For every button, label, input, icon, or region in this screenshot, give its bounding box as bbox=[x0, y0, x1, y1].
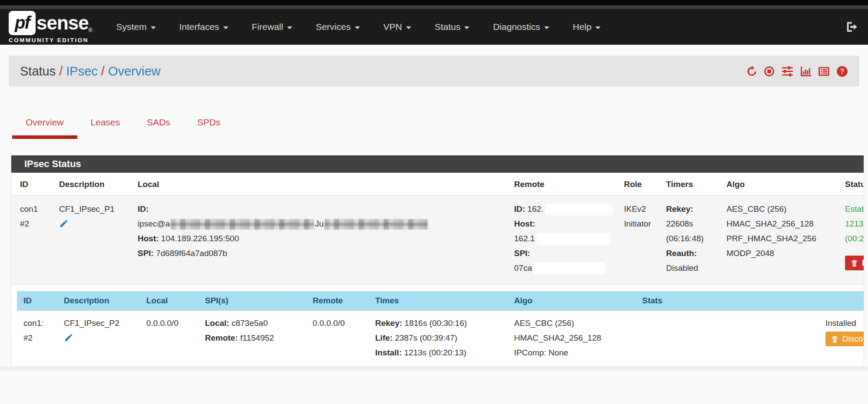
main-menu: System Interfaces Firewall Services VPN … bbox=[105, 16, 613, 38]
child-sa-section: ID Description Local SPI(s) Remote Times… bbox=[17, 291, 864, 366]
ipsec-status-panel: IPsec Status ID Description Local Remote… bbox=[11, 155, 864, 367]
svg-text:?: ? bbox=[840, 68, 845, 75]
menu-status[interactable]: Status bbox=[423, 16, 482, 38]
pfsense-logo[interactable]: pf sense ® COMMUNITY EDITION bbox=[9, 11, 92, 43]
col-times: Times bbox=[369, 291, 508, 311]
breadcrumb-separator: / bbox=[56, 64, 66, 78]
col-timers: Timers bbox=[657, 173, 718, 196]
trash-icon bbox=[831, 335, 839, 344]
pf-logo-tile: pf bbox=[9, 11, 36, 35]
refresh-icon[interactable] bbox=[745, 66, 757, 77]
redacted-blur bbox=[171, 219, 314, 230]
child-sa-table: ID Description Local SPI(s) Remote Times… bbox=[17, 291, 864, 366]
cell-id: con1: #2 bbox=[17, 311, 57, 366]
cell-remote: ID: 162. Host: 162.1 SPI: 07ca bbox=[505, 196, 615, 285]
menu-services[interactable]: Services bbox=[304, 16, 372, 38]
chevron-down-icon bbox=[151, 26, 156, 29]
col-stats: Stats bbox=[636, 291, 815, 311]
redacted-box bbox=[534, 263, 605, 274]
col-description: Description bbox=[57, 291, 140, 311]
ike-table-header-row: ID Description Local Remote Role Timers … bbox=[11, 173, 864, 196]
col-status-clipped bbox=[815, 291, 864, 311]
stop-icon[interactable] bbox=[763, 66, 775, 77]
logout-icon[interactable] bbox=[845, 20, 858, 33]
cell-description: CF1_IPsec_P1 bbox=[50, 196, 129, 285]
cell-algo: AES_CBC (256) HMAC_SHA2_256_128 IPComp: … bbox=[508, 311, 636, 366]
col-remote: Remote bbox=[306, 291, 369, 311]
disconnect-button[interactable]: Disco bbox=[825, 332, 864, 346]
cell-local: 0.0.0.0/0 bbox=[140, 311, 198, 366]
breadcrumb-separator: / bbox=[98, 64, 108, 78]
chevron-down-icon bbox=[406, 26, 411, 29]
edit-icon[interactable] bbox=[64, 332, 73, 347]
bar-chart-icon[interactable] bbox=[800, 66, 812, 77]
cell-stats bbox=[636, 311, 815, 366]
cell-description: CF1_IPsec_P2 bbox=[57, 311, 140, 366]
col-id: ID bbox=[17, 291, 57, 311]
navbar: pf sense ® COMMUNITY EDITION System Inte… bbox=[0, 9, 868, 45]
brand-tagline: COMMUNITY EDITION bbox=[9, 37, 92, 43]
local-id-redacted: ipsec@aJu bbox=[138, 217, 505, 231]
browser-top-strip bbox=[0, 0, 868, 5]
menu-vpn[interactable]: VPN bbox=[372, 16, 423, 38]
cell-id: con1 #2 bbox=[11, 196, 50, 285]
cell-role: IKEv2 Initiator bbox=[615, 196, 657, 285]
cell-status: Establ 1213 s (00:20 Dis bbox=[836, 196, 864, 285]
list-icon[interactable] bbox=[818, 66, 830, 77]
col-spis: SPI(s) bbox=[198, 291, 306, 311]
panel-title: IPsec Status bbox=[11, 155, 864, 173]
status-installed: Installed bbox=[825, 316, 864, 331]
menu-help[interactable]: Help bbox=[561, 16, 612, 38]
ike-sa-table: ID Description Local Remote Role Timers … bbox=[11, 173, 864, 285]
menu-firewall[interactable]: Firewall bbox=[240, 16, 304, 38]
col-algo: Algo bbox=[718, 173, 836, 196]
status-ipsec-tabs: Overview Leases SADs SPDs bbox=[12, 112, 868, 139]
tab-sads[interactable]: SADs bbox=[133, 112, 184, 139]
menu-diagnostics[interactable]: Diagnostics bbox=[481, 16, 561, 38]
registered-mark: ® bbox=[89, 27, 92, 33]
breadcrumb: Status/IPsec/Overview bbox=[20, 64, 161, 79]
child-table-header-row: ID Description Local SPI(s) Remote Times… bbox=[17, 291, 864, 311]
redacted-box bbox=[545, 204, 613, 215]
cell-spis: Local: c873e5a0 Remote: f1154952 bbox=[198, 311, 306, 366]
tab-leases[interactable]: Leases bbox=[77, 112, 134, 139]
col-local: Local bbox=[129, 173, 505, 196]
col-role: Role bbox=[615, 173, 657, 196]
tab-spds[interactable]: SPDs bbox=[184, 112, 234, 139]
chevron-down-icon bbox=[355, 26, 360, 29]
cell-remote: 0.0.0.0/0 bbox=[306, 311, 369, 366]
cell-timers: Rekey: 22608s (06:16:48) Reauth: Disable… bbox=[657, 196, 718, 285]
col-id: ID bbox=[11, 173, 50, 196]
col-remote: Remote bbox=[505, 173, 615, 196]
page-background bbox=[0, 367, 868, 371]
chevron-down-icon bbox=[544, 26, 549, 29]
disconnect-button[interactable]: Dis bbox=[845, 256, 864, 270]
col-algo: Algo bbox=[508, 291, 636, 311]
status-established: Establ bbox=[845, 202, 864, 217]
window-strip bbox=[0, 5, 868, 9]
redacted-blur bbox=[324, 219, 428, 230]
chevron-down-icon bbox=[223, 26, 228, 29]
redacted-box bbox=[537, 233, 611, 245]
brand-name: sense bbox=[36, 13, 89, 33]
table-row: con1 #2 CF1_IPsec_P1 ID: ipsec@aJu Host:… bbox=[11, 196, 864, 285]
cell-local: ID: ipsec@aJu Host: 104.189.226.195:500 … bbox=[129, 196, 505, 285]
page-actions: ? bbox=[745, 66, 848, 77]
table-row: con1: #2 CF1_IPsec_P2 0.0.0.0/0 Local: c… bbox=[17, 311, 864, 366]
edit-icon[interactable] bbox=[59, 218, 69, 233]
breadcrumb-link-ipsec[interactable]: IPsec bbox=[66, 64, 98, 78]
col-local: Local bbox=[140, 291, 198, 311]
help-icon[interactable]: ? bbox=[836, 66, 848, 77]
breadcrumb-link-overview[interactable]: Overview bbox=[108, 64, 161, 78]
chevron-down-icon bbox=[595, 26, 601, 29]
menu-interfaces[interactable]: Interfaces bbox=[168, 16, 240, 38]
trash-icon bbox=[850, 259, 858, 268]
menu-system[interactable]: System bbox=[105, 16, 168, 38]
sliders-icon[interactable] bbox=[782, 66, 793, 77]
col-status: Status bbox=[836, 173, 864, 196]
chevron-down-icon bbox=[287, 26, 292, 29]
breadcrumb-section: Status bbox=[20, 64, 56, 78]
cell-times: Rekey: 1816s (00:30:16) Life: 2387s (00:… bbox=[369, 311, 508, 366]
cell-status: Installed Disco bbox=[815, 311, 864, 366]
tab-overview[interactable]: Overview bbox=[12, 112, 77, 139]
